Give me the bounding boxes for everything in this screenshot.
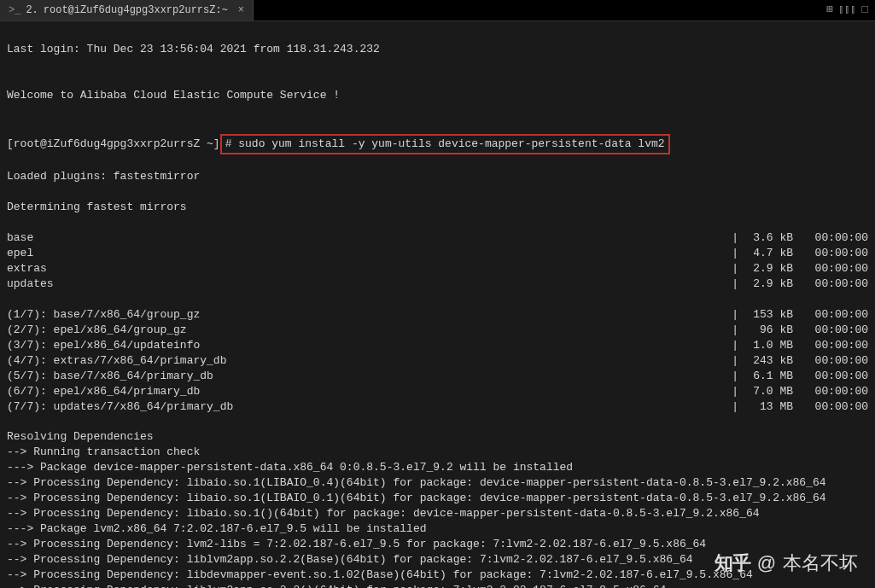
repo-name: (2/7): epel/x86_64/group_gz <box>7 323 187 338</box>
repo-time: 00:00:00 <box>793 399 868 415</box>
tab-title: root@iZuf6dug4gpg3xxrp2urrsZ:~ <box>44 3 228 18</box>
separator-bar: | <box>728 369 742 384</box>
plugins-line: Loaded plugins: fastestmirror <box>7 169 868 184</box>
repo-size: 153 kB <box>742 307 793 323</box>
prompt-prefix: [root@iZuf6dug4gpg3xxrp2urrsZ ~] <box>7 137 220 150</box>
repo-time: 00:00:00 <box>793 307 868 323</box>
repo-time: 00:00:00 <box>793 246 868 261</box>
tab-index: 2. <box>26 3 38 18</box>
repo-row: (4/7): extras/7/x86_64/primary_db|243 kB… <box>7 353 868 369</box>
command-text: sudo yum install -y yum-utils device-map… <box>231 137 664 150</box>
repo-name: (1/7): base/7/x86_64/group_gz <box>7 307 200 323</box>
repo-name: updates <box>7 277 54 292</box>
separator-bar: | <box>728 323 742 338</box>
repo-time: 00:00:00 <box>793 384 868 399</box>
separator-bar: | <box>728 230 742 246</box>
dep-line: --> Processing Dependency: libdevmapper-… <box>7 568 868 583</box>
separator-bar: | <box>728 353 742 369</box>
dep-line: --> Processing Dependency: libaio.so.1()… <box>7 506 868 521</box>
repo-name: base <box>7 230 33 246</box>
separator-bar: | <box>728 399 742 415</box>
dep-line: --> Processing Dependency: liblvm2app.so… <box>7 583 868 588</box>
repo-size: 6.1 MB <box>742 369 793 384</box>
repo-row: (1/7): base/7/x86_64/group_gz|153 kB00:0… <box>7 307 868 323</box>
terminal-icon: >_ <box>9 3 20 18</box>
repo-row: updates|2.9 kB00:00:00 <box>7 277 868 292</box>
dep-line: ---> Package device-mapper-persistent-da… <box>7 460 868 475</box>
window-controls: ⊞ ⫿⫿⫿ □ <box>825 0 875 20</box>
repo-name: (3/7): epel/x86_64/updateinfo <box>7 338 200 353</box>
separator-bar: | <box>728 277 742 292</box>
command-highlight-box: # sudo yum install -y yum-utils device-m… <box>220 134 670 154</box>
repo-size: 13 MB <box>742 399 793 415</box>
determine-line: Determining fastest mirrors <box>7 200 868 215</box>
repo-time: 00:00:00 <box>793 230 868 246</box>
repo-name: (5/7): base/7/x86_64/primary_db <box>7 369 213 384</box>
repo-size: 243 kB <box>742 353 793 369</box>
dep-line: --> Processing Dependency: libaio.so.1(L… <box>7 491 868 506</box>
repo-size: 2.9 kB <box>742 261 793 277</box>
tab-bar: >_ 2. root@iZuf6dug4gpg3xxrp2urrsZ:~ × ⊞… <box>0 0 875 21</box>
repo-time: 00:00:00 <box>793 353 868 369</box>
repo-row: (5/7): base/7/x86_64/primary_db|6.1 MB00… <box>7 369 868 384</box>
repo-time: 00:00:00 <box>793 323 868 338</box>
repo-row: base|3.6 kB00:00:00 <box>7 230 868 246</box>
repo-name: (6/7): epel/x86_64/primary_db <box>7 384 200 399</box>
repo-size: 7.0 MB <box>742 384 793 399</box>
repo-size: 96 kB <box>742 323 793 338</box>
dep-line: --> Running transaction check <box>7 445 868 460</box>
repo-row: epel|4.7 kB00:00:00 <box>7 246 868 261</box>
welcome-line: Welcome to Alibaba Cloud Elastic Compute… <box>7 88 868 103</box>
separator-bar: | <box>728 246 742 261</box>
panes-icon[interactable]: ⫿⫿⫿ <box>837 3 858 18</box>
repo-time: 00:00:00 <box>793 261 868 277</box>
split-icon[interactable]: ⊞ <box>825 3 835 18</box>
dep-line: ---> Package lvm2.x86_64 7:2.02.187-6.el… <box>7 521 868 537</box>
dep-line: --> Processing Dependency: libaio.so.1(L… <box>7 475 868 491</box>
terminal-tab[interactable]: >_ 2. root@iZuf6dug4gpg3xxrp2urrsZ:~ × <box>0 0 254 20</box>
maximize-icon[interactable]: □ <box>860 3 870 18</box>
prompt-line: [root@iZuf6dug4gpg3xxrp2urrsZ ~]# sudo y… <box>7 134 868 154</box>
separator-bar: | <box>728 307 742 323</box>
repo-row: (3/7): epel/x86_64/updateinfo|1.0 MB00:0… <box>7 338 868 353</box>
repo-size: 4.7 kB <box>742 246 793 261</box>
repo-name: extras <box>7 261 47 277</box>
terminal-output[interactable]: Last login: Thu Dec 23 13:56:04 2021 fro… <box>0 21 875 588</box>
repo-size: 1.0 MB <box>742 338 793 353</box>
repo-time: 00:00:00 <box>793 338 868 353</box>
separator-bar: | <box>728 338 742 353</box>
repo-name: (7/7): updates/7/x86_64/primary_db <box>7 399 233 415</box>
separator-bar: | <box>728 261 742 277</box>
close-icon[interactable]: × <box>238 3 244 18</box>
dep-line: --> Processing Dependency: liblvm2app.so… <box>7 552 868 568</box>
dep-line: --> Processing Dependency: lvm2-libs = 7… <box>7 537 868 552</box>
repo-time: 00:00:00 <box>793 369 868 384</box>
repo-size: 2.9 kB <box>742 277 793 292</box>
repo-row: (6/7): epel/x86_64/primary_db|7.0 MB00:0… <box>7 384 868 399</box>
repo-name: (4/7): extras/7/x86_64/primary_db <box>7 353 226 369</box>
last-login-line: Last login: Thu Dec 23 13:56:04 2021 fro… <box>7 42 868 57</box>
repo-row: extras|2.9 kB00:00:00 <box>7 261 868 277</box>
repo-row: (2/7): epel/x86_64/group_gz| 96 kB00:00:… <box>7 323 868 338</box>
separator-bar: | <box>728 384 742 399</box>
repo-size: 3.6 kB <box>742 230 793 246</box>
repo-time: 00:00:00 <box>793 277 868 292</box>
repo-name: epel <box>7 246 33 261</box>
repo-row: (7/7): updates/7/x86_64/primary_db| 13 M… <box>7 399 868 415</box>
dep-line: Resolving Dependencies <box>7 429 868 445</box>
